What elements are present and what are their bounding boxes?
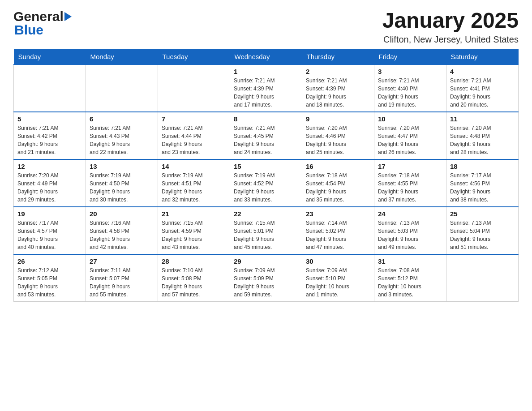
weekday-header-thursday: Thursday — [302, 49, 374, 64]
calendar-week-1: 1Sunrise: 7:21 AMSunset: 4:39 PMDaylight… — [14, 64, 519, 112]
calendar-cell: 8Sunrise: 7:21 AMSunset: 4:45 PMDaylight… — [230, 112, 302, 159]
day-info: Sunrise: 7:17 AMSunset: 4:56 PMDaylight:… — [450, 171, 515, 204]
calendar-cell: 2Sunrise: 7:21 AMSunset: 4:39 PMDaylight… — [302, 64, 374, 112]
day-info: Sunrise: 7:08 AMSunset: 5:12 PMDaylight:… — [378, 266, 442, 299]
calendar-cell: 30Sunrise: 7:09 AMSunset: 5:10 PMDayligh… — [302, 254, 374, 302]
logo-blue-text: Blue — [13, 22, 43, 38]
calendar-cell — [446, 254, 519, 302]
calendar-cell: 20Sunrise: 7:16 AMSunset: 4:58 PMDayligh… — [86, 207, 158, 254]
calendar-week-5: 26Sunrise: 7:12 AMSunset: 5:05 PMDayligh… — [14, 254, 519, 302]
calendar-cell: 24Sunrise: 7:13 AMSunset: 5:03 PMDayligh… — [374, 207, 446, 254]
day-info: Sunrise: 7:20 AMSunset: 4:47 PMDaylight:… — [378, 124, 442, 156]
logo-arrow-icon — [64, 12, 72, 21]
calendar-cell: 31Sunrise: 7:08 AMSunset: 5:12 PMDayligh… — [374, 254, 446, 302]
day-number: 28 — [162, 257, 226, 265]
day-info: Sunrise: 7:20 AMSunset: 4:49 PMDaylight:… — [17, 171, 82, 204]
day-number: 7 — [162, 115, 226, 123]
day-number: 19 — [17, 210, 82, 218]
location-text: Clifton, New Jersey, United States — [382, 34, 519, 45]
calendar-cell — [14, 64, 86, 112]
calendar-cell: 1Sunrise: 7:21 AMSunset: 4:39 PMDaylight… — [230, 64, 302, 112]
day-number: 22 — [234, 210, 298, 218]
calendar-cell: 15Sunrise: 7:19 AMSunset: 4:52 PMDayligh… — [230, 159, 302, 207]
day-info: Sunrise: 7:16 AMSunset: 4:58 PMDaylight:… — [90, 219, 154, 251]
day-info: Sunrise: 7:19 AMSunset: 4:50 PMDaylight:… — [90, 171, 154, 204]
day-info: Sunrise: 7:13 AMSunset: 5:04 PMDaylight:… — [450, 219, 515, 251]
day-number: 20 — [90, 210, 154, 218]
day-number: 13 — [90, 163, 154, 170]
day-info: Sunrise: 7:09 AMSunset: 5:09 PMDaylight:… — [234, 266, 298, 299]
day-number: 26 — [17, 257, 82, 265]
day-number: 11 — [450, 115, 515, 123]
calendar-cell: 26Sunrise: 7:12 AMSunset: 5:05 PMDayligh… — [14, 254, 86, 302]
day-number: 4 — [450, 68, 515, 75]
day-number: 23 — [306, 210, 370, 218]
weekday-header-sunday: Sunday — [14, 49, 86, 64]
calendar-cell: 7Sunrise: 7:21 AMSunset: 4:44 PMDaylight… — [158, 112, 230, 159]
calendar-cell: 6Sunrise: 7:21 AMSunset: 4:43 PMDaylight… — [86, 112, 158, 159]
day-info: Sunrise: 7:09 AMSunset: 5:10 PMDaylight:… — [306, 266, 370, 299]
calendar-cell: 25Sunrise: 7:13 AMSunset: 5:04 PMDayligh… — [446, 207, 519, 254]
calendar-week-3: 12Sunrise: 7:20 AMSunset: 4:49 PMDayligh… — [14, 159, 519, 207]
calendar-week-2: 5Sunrise: 7:21 AMSunset: 4:42 PMDaylight… — [14, 112, 519, 159]
day-number: 29 — [234, 257, 298, 265]
day-number: 5 — [17, 115, 82, 123]
day-number: 17 — [378, 163, 442, 170]
day-info: Sunrise: 7:13 AMSunset: 5:03 PMDaylight:… — [378, 219, 442, 251]
calendar-cell: 4Sunrise: 7:21 AMSunset: 4:41 PMDaylight… — [446, 64, 519, 112]
day-info: Sunrise: 7:21 AMSunset: 4:39 PMDaylight:… — [306, 77, 370, 109]
calendar-cell: 3Sunrise: 7:21 AMSunset: 4:40 PMDaylight… — [374, 64, 446, 112]
day-number: 6 — [90, 115, 154, 123]
calendar-cell: 14Sunrise: 7:19 AMSunset: 4:51 PMDayligh… — [158, 159, 230, 207]
day-info: Sunrise: 7:19 AMSunset: 4:51 PMDaylight:… — [162, 171, 226, 204]
logo-general-text: General — [13, 9, 64, 24]
day-info: Sunrise: 7:20 AMSunset: 4:46 PMDaylight:… — [306, 124, 370, 156]
calendar-body: 1Sunrise: 7:21 AMSunset: 4:39 PMDaylight… — [14, 64, 519, 302]
day-number: 12 — [17, 163, 82, 170]
day-number: 16 — [306, 163, 370, 170]
calendar-week-4: 19Sunrise: 7:17 AMSunset: 4:57 PMDayligh… — [14, 207, 519, 254]
weekday-header-friday: Friday — [374, 49, 446, 64]
calendar-cell: 18Sunrise: 7:17 AMSunset: 4:56 PMDayligh… — [446, 159, 519, 207]
day-number: 3 — [378, 68, 442, 75]
page-header: General Blue January 2025 Clifton, New J… — [13, 9, 519, 45]
day-number: 25 — [450, 210, 515, 218]
day-info: Sunrise: 7:12 AMSunset: 5:05 PMDaylight:… — [17, 266, 82, 299]
calendar-cell: 13Sunrise: 7:19 AMSunset: 4:50 PMDayligh… — [86, 159, 158, 207]
weekday-header-wednesday: Wednesday — [230, 49, 302, 64]
day-info: Sunrise: 7:14 AMSunset: 5:02 PMDaylight:… — [306, 219, 370, 251]
day-info: Sunrise: 7:21 AMSunset: 4:41 PMDaylight:… — [450, 77, 515, 109]
calendar-cell: 11Sunrise: 7:20 AMSunset: 4:48 PMDayligh… — [446, 112, 519, 159]
day-number: 24 — [378, 210, 442, 218]
calendar-cell: 9Sunrise: 7:20 AMSunset: 4:46 PMDaylight… — [302, 112, 374, 159]
calendar-cell: 17Sunrise: 7:18 AMSunset: 4:55 PMDayligh… — [374, 159, 446, 207]
calendar-cell: 23Sunrise: 7:14 AMSunset: 5:02 PMDayligh… — [302, 207, 374, 254]
calendar-cell: 22Sunrise: 7:15 AMSunset: 5:01 PMDayligh… — [230, 207, 302, 254]
calendar-cell: 28Sunrise: 7:10 AMSunset: 5:08 PMDayligh… — [158, 254, 230, 302]
day-info: Sunrise: 7:21 AMSunset: 4:43 PMDaylight:… — [90, 124, 154, 156]
day-number: 9 — [306, 115, 370, 123]
day-info: Sunrise: 7:19 AMSunset: 4:52 PMDaylight:… — [234, 171, 298, 204]
calendar-cell — [158, 64, 230, 112]
day-number: 8 — [234, 115, 298, 123]
calendar-cell: 5Sunrise: 7:21 AMSunset: 4:42 PMDaylight… — [14, 112, 86, 159]
day-number: 31 — [378, 257, 442, 265]
calendar-cell: 12Sunrise: 7:20 AMSunset: 4:49 PMDayligh… — [14, 159, 86, 207]
month-title: January 2025 — [382, 9, 519, 33]
weekday-header-tuesday: Tuesday — [158, 49, 230, 64]
day-number: 14 — [162, 163, 226, 170]
day-info: Sunrise: 7:21 AMSunset: 4:44 PMDaylight:… — [162, 124, 226, 156]
day-info: Sunrise: 7:10 AMSunset: 5:08 PMDaylight:… — [162, 266, 226, 299]
weekday-header-row: SundayMondayTuesdayWednesdayThursdayFrid… — [14, 49, 519, 64]
day-number: 30 — [306, 257, 370, 265]
day-info: Sunrise: 7:18 AMSunset: 4:54 PMDaylight:… — [306, 171, 370, 204]
day-info: Sunrise: 7:17 AMSunset: 4:57 PMDaylight:… — [17, 219, 82, 251]
calendar-cell: 21Sunrise: 7:15 AMSunset: 4:59 PMDayligh… — [158, 207, 230, 254]
weekday-header-monday: Monday — [86, 49, 158, 64]
logo: General Blue — [13, 9, 72, 38]
calendar-cell — [86, 64, 158, 112]
day-number: 27 — [90, 257, 154, 265]
day-number: 21 — [162, 210, 226, 218]
title-section: January 2025 Clifton, New Jersey, United… — [382, 9, 519, 45]
weekday-header-saturday: Saturday — [446, 49, 519, 64]
